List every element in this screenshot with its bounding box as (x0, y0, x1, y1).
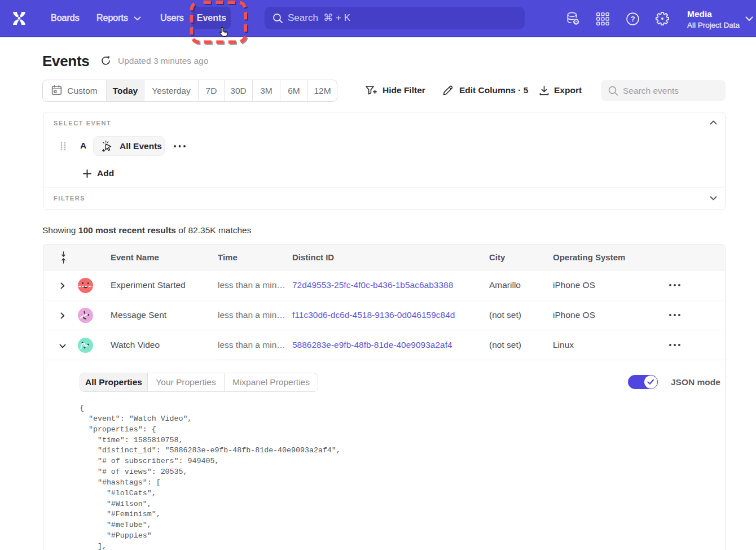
svg-text:?: ? (630, 15, 635, 23)
